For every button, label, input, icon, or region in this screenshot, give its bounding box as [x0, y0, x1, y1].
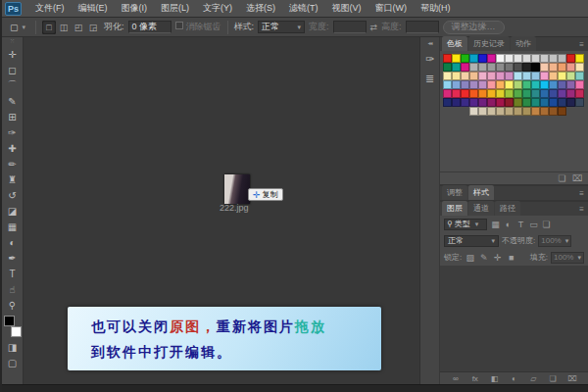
- menu-item[interactable]: 帮助(H): [414, 0, 458, 17]
- subtract-selection-mode[interactable]: ◰: [72, 21, 85, 34]
- quick-mask-button[interactable]: ◨: [3, 339, 23, 355]
- lock-pixels-icon[interactable]: ✎: [478, 253, 489, 263]
- color-swatch[interactable]: [469, 89, 478, 98]
- blend-mode-select[interactable]: 正常 ▾: [444, 235, 499, 247]
- color-swatch[interactable]: [558, 54, 566, 63]
- color-swatch[interactable]: [505, 80, 514, 89]
- add-selection-mode[interactable]: ◫: [57, 21, 71, 34]
- refine-edge-button[interactable]: 调整边缘…: [443, 21, 505, 34]
- color-swatch[interactable]: [575, 72, 584, 80]
- color-swatch[interactable]: [487, 63, 496, 72]
- menu-item[interactable]: 文字(Y): [196, 0, 239, 17]
- type-tool[interactable]: T: [3, 266, 23, 281]
- menu-item[interactable]: 滤镜(T): [282, 0, 325, 17]
- color-swatch[interactable]: [505, 72, 514, 80]
- color-swatch[interactable]: [549, 98, 558, 107]
- filter-smart-objects-icon[interactable]: ❏: [541, 220, 552, 229]
- color-swatch[interactable]: [452, 98, 461, 107]
- color-swatch[interactable]: [558, 72, 566, 80]
- color-swatch[interactable]: [505, 98, 514, 107]
- color-swatch[interactable]: [461, 80, 469, 89]
- color-swatch[interactable]: [575, 54, 584, 63]
- color-swatch[interactable]: [531, 80, 540, 89]
- canvas-area[interactable]: ✛ 复制 222.jpg 也可以关闭原图，重新将图片拖放到软件中打开编辑。: [24, 37, 419, 384]
- color-swatch[interactable]: [469, 80, 478, 89]
- new-group-icon[interactable]: ▱: [528, 374, 539, 383]
- brush-presets-panel-icon[interactable]: ✑: [421, 50, 439, 68]
- color-swatch[interactable]: [522, 72, 531, 80]
- color-swatch[interactable]: [566, 98, 575, 107]
- color-swatch[interactable]: [566, 72, 575, 80]
- delete-swatch-icon[interactable]: ⌧: [572, 173, 582, 183]
- healing-brush-tool[interactable]: ✚: [3, 140, 23, 156]
- color-swatch[interactable]: [549, 63, 558, 72]
- color-swatch[interactable]: [540, 54, 549, 63]
- menu-item[interactable]: 编辑(E): [72, 0, 115, 17]
- style-select[interactable]: 正常 ▾: [258, 21, 305, 33]
- color-swatch[interactable]: [514, 54, 522, 63]
- color-swatch[interactable]: [514, 89, 522, 98]
- lock-transparent-icon[interactable]: ▨: [465, 253, 475, 263]
- swap-dimensions-icon[interactable]: ⇄: [370, 23, 378, 32]
- color-swatch[interactable]: [496, 63, 505, 72]
- color-swatch[interactable]: [558, 63, 566, 72]
- color-swatch[interactable]: [540, 63, 549, 72]
- color-swatch[interactable]: [505, 63, 514, 72]
- gradient-tool[interactable]: ▦: [3, 219, 23, 234]
- width-input[interactable]: [333, 21, 367, 33]
- color-swatch[interactable]: [531, 54, 540, 63]
- color-swatch[interactable]: [566, 80, 575, 89]
- color-swatch[interactable]: [558, 89, 566, 98]
- collapse-dock-icon[interactable]: ◂◂: [427, 39, 431, 46]
- color-swatch[interactable]: [496, 80, 505, 89]
- layer-effects-icon[interactable]: fx: [469, 374, 480, 383]
- color-swatch[interactable]: [452, 63, 461, 72]
- history-brush-tool[interactable]: ↺: [3, 187, 23, 203]
- color-swatch[interactable]: [478, 107, 487, 116]
- color-swatch[interactable]: [461, 89, 469, 98]
- color-swatch[interactable]: [478, 89, 487, 98]
- color-swatch[interactable]: [452, 80, 461, 89]
- color-swatch[interactable]: [575, 98, 584, 107]
- color-swatch[interactable]: [452, 54, 461, 63]
- color-swatch[interactable]: [575, 80, 584, 89]
- color-swatch[interactable]: [514, 80, 522, 89]
- panel-menu-icon[interactable]: ≡: [575, 189, 588, 200]
- color-swatch[interactable]: [469, 98, 478, 107]
- color-wells[interactable]: [4, 316, 22, 337]
- color-swatch[interactable]: [487, 98, 496, 107]
- color-swatch[interactable]: [443, 63, 452, 72]
- crop-tool[interactable]: ⊞: [3, 109, 23, 124]
- tab-历史记录[interactable]: 历史记录: [468, 36, 510, 51]
- color-swatch[interactable]: [478, 54, 487, 63]
- dragged-image-thumbnail[interactable]: [224, 174, 250, 204]
- color-swatch[interactable]: [549, 80, 558, 89]
- lock-all-icon[interactable]: ■: [506, 253, 516, 263]
- color-swatch[interactable]: [461, 54, 469, 63]
- color-swatch[interactable]: [522, 54, 531, 63]
- layer-filter-select[interactable]: ⚲ 类型 ▾: [444, 219, 487, 230]
- color-swatch[interactable]: [522, 98, 531, 107]
- color-swatch[interactable]: [469, 107, 478, 116]
- quick-selection-tool[interactable]: ✎: [3, 93, 23, 109]
- color-swatch[interactable]: [452, 89, 461, 98]
- properties-panel-icon[interactable]: ≣: [421, 70, 439, 87]
- color-swatch[interactable]: [443, 72, 452, 80]
- menu-item[interactable]: 图层(L): [154, 0, 196, 17]
- color-swatch[interactable]: [496, 98, 505, 107]
- color-swatch[interactable]: [575, 89, 584, 98]
- tab-调整[interactable]: 调整: [442, 185, 467, 200]
- color-swatch[interactable]: [522, 107, 531, 116]
- color-swatch[interactable]: [540, 107, 549, 116]
- tool-preset-button[interactable]: ▢ ▾: [6, 20, 29, 34]
- color-swatch[interactable]: [461, 72, 469, 80]
- color-swatch[interactable]: [531, 63, 540, 72]
- opacity-value-box[interactable]: 100% ▾: [538, 235, 571, 247]
- color-swatch[interactable]: [443, 54, 452, 63]
- panel-menu-icon[interactable]: ≡: [575, 205, 588, 216]
- menu-item[interactable]: 窗口(W): [368, 0, 415, 17]
- filter-type-layers-icon[interactable]: T: [515, 220, 526, 229]
- tab-图层[interactable]: 图层: [442, 201, 467, 216]
- background-color-well[interactable]: [11, 326, 22, 337]
- color-swatch[interactable]: [487, 72, 496, 80]
